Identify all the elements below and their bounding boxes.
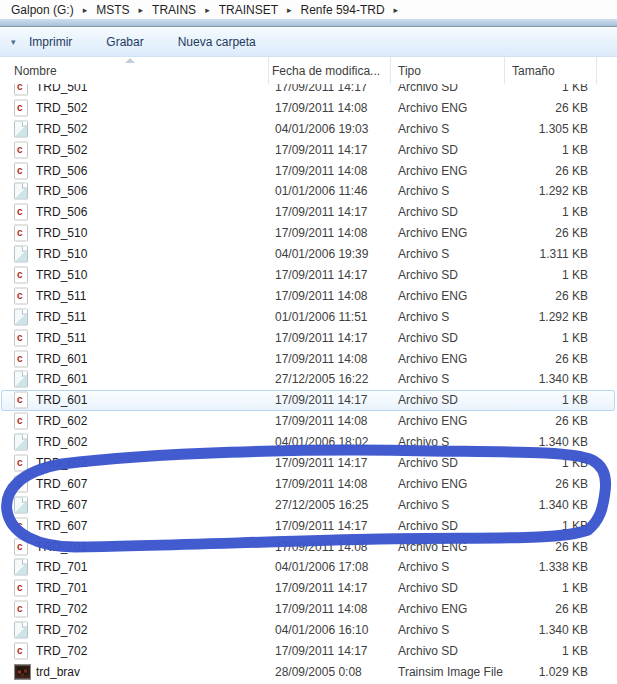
file-date-modified: 17/09/2011 14:08 <box>275 226 368 240</box>
file-date-modified: 17/09/2011 14:08 <box>275 477 368 491</box>
file-row[interactable]: TRD_510 04/01/2006 19:39 Archivo S 1.311… <box>0 244 617 265</box>
file-name: TRD_501 <box>36 84 87 94</box>
file-type: Archivo ENG <box>398 289 467 303</box>
file-size: 1 KB <box>460 456 588 470</box>
chevron-right-icon[interactable]: ▸ <box>76 5 95 15</box>
file-row[interactable]: TRD_510 17/09/2011 14:17 Archivo SD 1 KB <box>0 265 617 286</box>
file-row[interactable]: trd_brav 28/09/2005 0:08 Trainsim Image … <box>0 661 617 682</box>
toolbar-button-nueva-carpeta[interactable]: Nueva carpeta <box>178 32 256 52</box>
file-size: 1 KB <box>460 331 588 345</box>
file-date-modified: 04/01/2006 16:10 <box>275 623 368 637</box>
file-name: TRD_702 <box>36 644 87 658</box>
column-header-nombre[interactable]: Nombre <box>14 64 57 78</box>
file-row[interactable]: TRD_701 04/01/2006 17:08 Archivo S 1.338… <box>0 557 617 578</box>
file-row[interactable]: TRD_510 17/09/2011 14:08 Archivo ENG 26 … <box>0 223 617 244</box>
file-name: TRD_702 <box>36 602 87 616</box>
chevron-right-icon[interactable]: ▸ <box>280 5 299 15</box>
file-name: TRD_506 <box>36 205 87 219</box>
file-row[interactable]: TRD_506 17/09/2011 14:08 Archivo ENG 26 … <box>0 160 617 181</box>
file-date-modified: 27/12/2005 16:22 <box>275 372 368 386</box>
file-row[interactable]: TRD_607 17/09/2011 14:17 Archivo SD 1 KB <box>0 515 617 536</box>
file-row[interactable]: TRD_702 17/09/2011 14:08 Archivo ENG 26 … <box>0 599 617 620</box>
file-size: 1 KB <box>460 519 588 533</box>
file-size: 26 KB <box>460 289 588 303</box>
file-size: 1 KB <box>460 205 588 219</box>
c-file-icon <box>14 642 28 659</box>
breadcrumb-item[interactable]: TRAINS <box>150 3 198 17</box>
file-row[interactable]: TRD_511 17/09/2011 14:08 Archivo ENG 26 … <box>0 285 617 306</box>
c-file-icon <box>14 329 28 346</box>
file-size: 1 KB <box>460 581 588 595</box>
file-date-modified: 17/09/2011 14:17 <box>275 581 368 595</box>
file-row[interactable]: TRD_502 17/09/2011 14:08 Archivo ENG 26 … <box>0 97 617 118</box>
chevron-right-icon[interactable]: ▸ <box>198 5 217 15</box>
file-date-modified: 01/01/2006 11:46 <box>275 184 368 198</box>
file-type: Archivo S <box>398 623 449 637</box>
file-row[interactable]: TRD_607 17/09/2011 14:08 Archivo ENG 26 … <box>0 473 617 494</box>
file-date-modified: 17/09/2011 14:17 <box>275 331 368 345</box>
file-row[interactable]: TRD_607 27/12/2005 16:25 Archivo S 1.340… <box>0 494 617 515</box>
breadcrumb-item[interactable]: Galpon (G:) <box>9 3 76 17</box>
file-row[interactable]: TRD_511 01/01/2006 11:51 Archivo S 1.292… <box>0 306 617 327</box>
file-type: Archivo SD <box>398 393 458 407</box>
file-row[interactable]: TRD_602 04/01/2006 18:02 Archivo S 1.340… <box>0 432 617 453</box>
column-header: Nombre Fecha de modifica... Tipo Tamaño <box>0 57 617 84</box>
c-file-icon <box>14 225 28 242</box>
file-size: 1 KB <box>460 84 588 94</box>
file-row[interactable]: TRD_511 17/09/2011 14:17 Archivo SD 1 KB <box>0 327 617 348</box>
chevron-right-icon[interactable]: ▸ <box>387 5 406 15</box>
file-type: Archivo SD <box>398 456 458 470</box>
file-row[interactable]: TRD_601 17/09/2011 14:17 Archivo SD 1 KB <box>0 390 617 411</box>
file-date-modified: 17/09/2011 14:08 <box>275 414 368 428</box>
file-name: TRD_702 <box>36 623 87 637</box>
column-header-tamano[interactable]: Tamaño <box>512 64 555 78</box>
file-size: 1 KB <box>460 143 588 157</box>
file-size: 26 KB <box>460 101 588 115</box>
file-row[interactable]: TRD_601 27/12/2005 16:22 Archivo S 1.340… <box>0 369 617 390</box>
breadcrumb-item[interactable]: Renfe 594-TRD <box>299 3 387 17</box>
file-row[interactable]: TRD_502 04/01/2006 19:03 Archivo S 1.305… <box>0 118 617 139</box>
file-row[interactable]: TRD_701 17/09/2011 14:17 Archivo SD 1 KB <box>0 578 617 599</box>
file-size: 26 KB <box>460 164 588 178</box>
chevron-right-icon[interactable]: ▸ <box>132 5 151 15</box>
file-type: Archivo SD <box>398 84 458 94</box>
file-row[interactable]: TRD_506 01/01/2006 11:46 Archivo S 1.292… <box>0 181 617 202</box>
chevron-down-icon[interactable]: ▾ <box>11 37 29 47</box>
file-size: 26 KB <box>460 540 588 554</box>
file-name: TRD_601 <box>36 372 87 386</box>
file-row[interactable]: TRD_602 17/09/2011 14:08 Archivo ENG 26 … <box>0 411 617 432</box>
file-date-modified: 17/09/2011 14:17 <box>275 84 368 94</box>
c-file-icon <box>14 392 28 409</box>
file-row[interactable]: TRD_501 17/09/2011 14:17 Archivo SD 1 KB <box>0 84 617 97</box>
file-row[interactable]: TRD_602 17/09/2011 14:17 Archivo SD 1 KB <box>0 453 617 474</box>
file-size: 1.029 KB <box>460 665 588 679</box>
file-size: 1 KB <box>460 644 588 658</box>
file-size: 1.340 KB <box>460 498 588 512</box>
file-row[interactable]: TRD_601 17/09/2011 14:08 Archivo ENG 26 … <box>0 348 617 369</box>
c-file-icon <box>14 538 28 555</box>
toolbar-button-grabar[interactable]: Grabar <box>106 32 143 52</box>
file-date-modified: 17/09/2011 14:17 <box>275 644 368 658</box>
column-header-tipo[interactable]: Tipo <box>398 64 421 78</box>
file-date-modified: 17/09/2011 14:17 <box>275 519 368 533</box>
file-name: TRD_607 <box>36 519 87 533</box>
breadcrumb-item[interactable]: TRAINSET <box>217 3 280 17</box>
column-separator <box>504 57 505 84</box>
file-row[interactable]: TRD_506 17/09/2011 14:17 Archivo SD 1 KB <box>0 202 617 223</box>
file-type: Archivo ENG <box>398 352 467 366</box>
file-row[interactable]: TRD_702 04/01/2006 16:10 Archivo S 1.340… <box>0 620 617 641</box>
file-size: 1.305 KB <box>460 122 588 136</box>
file-type: Archivo S <box>398 498 449 512</box>
file-name: trd_brav <box>36 665 80 679</box>
file-row[interactable]: TRD_502 17/09/2011 14:17 Archivo SD 1 KB <box>0 139 617 160</box>
file-date-modified: 17/09/2011 14:17 <box>275 393 368 407</box>
file-row[interactable]: TRD_701 17/09/2011 14:08 Archivo ENG 26 … <box>0 536 617 557</box>
c-file-icon <box>14 413 28 430</box>
file-date-modified: 17/09/2011 14:08 <box>275 101 368 115</box>
file-name: TRD_502 <box>36 143 87 157</box>
file-type: Archivo SD <box>398 268 458 282</box>
column-header-fecha[interactable]: Fecha de modifica... <box>272 64 380 78</box>
file-row[interactable]: TRD_702 17/09/2011 14:17 Archivo SD 1 KB <box>0 641 617 662</box>
breadcrumb-item[interactable]: MSTS <box>94 3 131 17</box>
toolbar-button-imprimir[interactable]: Imprimir <box>29 32 72 52</box>
